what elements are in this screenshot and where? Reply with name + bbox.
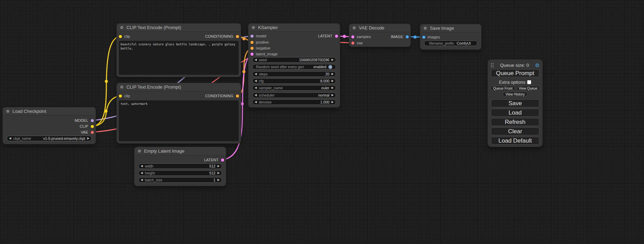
link-midpoint-dot[interactable] [105,110,108,113]
node-header[interactable]: Load Checkpoint [3,107,96,116]
node-header[interactable]: CLIP Text Encode (Prompt) [117,83,241,91]
widget-sampler-name[interactable]: ◀ sampler_name euler ▶ [252,85,336,91]
node-load-checkpoint[interactable]: Load Checkpoint MODEL CLIP VAE ◀ ckpt_na… [3,107,96,144]
vae-input-port[interactable] [351,42,354,45]
input-slot-samples[interactable]: samples [351,34,371,39]
increment-arrow-icon[interactable]: ▶ [87,137,89,140]
load-button[interactable]: Load [491,109,539,117]
input-slot-clip[interactable]: clip [119,34,130,39]
model-input-port[interactable] [250,35,254,38]
decrement-arrow-icon[interactable]: ◀ [255,101,257,103]
conditioning-input-port[interactable] [250,41,254,44]
input-slot-positive[interactable]: positive [250,39,269,45]
node-collapse-dot[interactable] [120,26,123,29]
view-queue-button[interactable]: View Queue [517,86,540,91]
queue-panel[interactable]: Queue size: 0 ⚙ Queue Prompt Extra optio… [488,60,542,147]
decrement-arrow-icon[interactable]: ◀ [9,137,11,140]
conditioning-output-port[interactable] [236,35,239,38]
node-collapse-dot[interactable] [424,27,427,30]
negative-prompt-textarea[interactable]: text, watermark [119,100,239,141]
widget-filename-prefix[interactable]: filename_prefix ComfyUI [424,40,477,46]
output-slot-conditioning[interactable]: CONDITIONING [205,34,239,39]
node-header[interactable]: Save Image [420,24,481,33]
widget-batch-size[interactable]: ◀ batch_size 1 ▶ [138,177,222,183]
increment-arrow-icon[interactable]: ▶ [332,73,334,75]
vae-output-port[interactable] [91,131,94,134]
input-slot-clip[interactable]: clip [119,93,130,99]
output-slot-image[interactable]: IMAGE [391,34,408,39]
widget-scheduler[interactable]: ◀ scheduler normal ▶ [252,92,336,98]
decrement-arrow-icon[interactable]: ◀ [255,87,257,89]
node-header[interactable]: CLIP Text Encode (Prompt) [117,24,241,32]
node-graph-canvas[interactable]: Load Checkpoint MODEL CLIP VAE ◀ ckpt_na… [0,0,644,244]
node-clip-text-encode-positive[interactable]: CLIP Text Encode (Prompt) clip CONDITION… [117,24,241,77]
increment-arrow-icon[interactable]: ▶ [332,58,334,61]
widget-random-seed-toggle[interactable]: Random seed after every gen enabled [252,64,336,70]
node-collapse-dot[interactable] [252,26,255,29]
queue-front-button[interactable]: Queue Front [491,86,515,91]
input-slot-negative[interactable]: negative [250,45,271,51]
node-header[interactable]: Empty Latent Image [134,147,226,155]
latent-input-port[interactable] [250,53,254,56]
clip-input-port[interactable] [119,94,122,98]
widget-seed[interactable]: ◀ seed 156680208700286 ▶ [252,57,336,63]
link-midpoint-dot[interactable] [105,80,108,83]
decrement-arrow-icon[interactable]: ◀ [255,80,257,82]
output-slot-conditioning[interactable]: CONDITIONING [205,93,239,99]
input-slot-vae[interactable]: vae [351,40,363,46]
queue-prompt-button[interactable]: Queue Prompt [491,69,539,77]
increment-arrow-icon[interactable]: ▶ [332,87,334,89]
widget-cfg[interactable]: ◀ cfg 8.000 ▶ [252,78,336,84]
view-history-button[interactable]: View History [503,92,528,97]
node-clip-text-encode-negative[interactable]: CLIP Text Encode (Prompt) clip CONDITION… [117,83,241,143]
increment-arrow-icon[interactable]: ▶ [218,165,220,168]
increment-arrow-icon[interactable]: ▶ [332,80,334,82]
load-default-button[interactable]: Load Default [491,137,539,145]
conditioning-input-port[interactable] [250,47,254,50]
link-midpoint-dot[interactable] [343,35,346,38]
decrement-arrow-icon[interactable]: ◀ [141,179,143,181]
input-slot-latent-image[interactable]: latent_image [250,51,278,57]
extra-options-checkbox[interactable] [527,80,531,84]
increment-arrow-icon[interactable]: ▶ [218,172,220,174]
settings-gear-icon[interactable]: ⚙ [535,63,540,68]
latent-output-port[interactable] [335,35,338,38]
increment-arrow-icon[interactable]: ▶ [332,101,334,103]
widget-ckpt-name[interactable]: ◀ ckpt_name v1-5-pruned-emaonly.ckpt ▶ [7,136,92,141]
decrement-arrow-icon[interactable]: ◀ [255,58,257,61]
image-input-port[interactable] [422,36,425,39]
widget-steps[interactable]: ◀ steps 20 ▶ [252,71,336,77]
decrement-arrow-icon[interactable]: ◀ [141,165,143,168]
node-ksampler[interactable]: KSampler model positive negative latent_… [248,24,340,107]
widget-width[interactable]: ◀ width 512 ▶ [138,163,222,169]
link-midpoint-dot[interactable] [242,37,246,40]
node-collapse-dot[interactable] [138,150,141,153]
node-empty-latent-image[interactable]: Empty Latent Image LATENT ◀ width 512 ▶ … [134,147,226,186]
toggle-knob[interactable] [328,65,332,69]
output-slot-latent[interactable]: LATENT [318,33,338,39]
refresh-button[interactable]: Refresh [491,118,539,126]
node-save-image[interactable]: Save Image images filename_prefix ComfyU… [420,24,481,49]
widget-height[interactable]: ◀ height 512 ▶ [138,170,222,176]
node-header[interactable]: KSampler [248,24,340,32]
clip-input-port[interactable] [119,35,122,38]
input-slot-model[interactable]: model [250,33,266,39]
widget-denoise[interactable]: ◀ denoise 1.000 ▶ [252,99,336,105]
output-slot-vae[interactable]: VAE [81,129,94,135]
latent-input-port[interactable] [351,35,354,38]
node-header[interactable]: VAE Decode [349,24,411,32]
node-collapse-dot[interactable] [353,26,356,29]
link-midpoint-dot[interactable] [241,102,244,106]
conditioning-output-port[interactable] [236,94,239,98]
drag-handle-icon[interactable] [491,63,494,68]
model-output-port[interactable] [91,119,94,122]
node-collapse-dot[interactable] [120,85,123,89]
clear-button[interactable]: Clear [491,127,539,135]
decrement-arrow-icon[interactable]: ◀ [255,73,257,75]
increment-arrow-icon[interactable]: ▶ [332,94,334,97]
clip-output-port[interactable] [91,125,94,128]
input-slot-images[interactable]: images [422,34,440,40]
save-button[interactable]: Save [491,99,539,107]
output-slot-model[interactable]: MODEL [74,118,94,123]
increment-arrow-icon[interactable]: ▶ [218,179,220,181]
